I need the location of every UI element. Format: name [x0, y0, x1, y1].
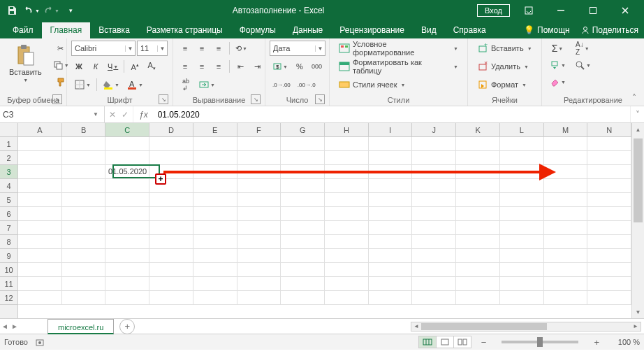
- cell-F8[interactable]: [237, 235, 281, 249]
- tab-insert[interactable]: Вставка: [90, 22, 138, 38]
- sheet-nav-next[interactable]: ►: [10, 322, 20, 330]
- cell-E2[interactable]: [193, 151, 237, 165]
- cell-A9[interactable]: [18, 249, 62, 263]
- redo-button[interactable]: ▼: [42, 1, 60, 20]
- cell-G2[interactable]: [281, 151, 325, 165]
- zoom-slider[interactable]: [502, 341, 578, 343]
- cell-D12[interactable]: [149, 291, 193, 305]
- sort-filter-button[interactable]: A↓Z▼: [571, 41, 594, 56]
- cell-C5[interactable]: [105, 193, 149, 207]
- cell-K4[interactable]: [456, 179, 500, 193]
- zoom-out-button[interactable]: −: [478, 337, 490, 348]
- cell-F9[interactable]: [237, 249, 281, 263]
- cell-B7[interactable]: [62, 221, 106, 235]
- tab-page-layout[interactable]: Разметка страницы: [138, 22, 231, 38]
- align-middle-button[interactable]: ≡: [194, 41, 210, 56]
- cell-I6[interactable]: [369, 207, 413, 221]
- cell-B3[interactable]: [62, 165, 106, 179]
- maximize-button[interactable]: [577, 0, 609, 21]
- cell-N1[interactable]: [587, 137, 631, 151]
- cell-B4[interactable]: [62, 179, 106, 193]
- wrap-text-button[interactable]: ab↲: [177, 77, 194, 92]
- cell-I8[interactable]: [369, 235, 413, 249]
- cell-G10[interactable]: [281, 263, 325, 277]
- minimize-button[interactable]: [545, 0, 577, 21]
- scroll-up-button[interactable]: ▲: [632, 123, 644, 136]
- cell-N2[interactable]: [587, 151, 631, 165]
- cell-A4[interactable]: [18, 179, 62, 193]
- cell-L4[interactable]: [500, 179, 544, 193]
- undo-button[interactable]: ▼: [22, 1, 41, 20]
- cell-D8[interactable]: [149, 235, 193, 249]
- macro-record-button[interactable]: [35, 337, 45, 347]
- cell-G8[interactable]: [281, 235, 325, 249]
- cell-I2[interactable]: [369, 151, 413, 165]
- cell-D6[interactable]: [149, 207, 193, 221]
- cell-F1[interactable]: [237, 137, 281, 151]
- cell-M6[interactable]: [544, 207, 588, 221]
- increase-indent-button[interactable]: ⇥: [249, 59, 265, 74]
- cell-I4[interactable]: [369, 179, 413, 193]
- cell-G6[interactable]: [281, 207, 325, 221]
- cell-B12[interactable]: [62, 291, 106, 305]
- cell-B6[interactable]: [62, 207, 106, 221]
- autosum-button[interactable]: Σ▼: [546, 41, 569, 56]
- scroll-down-button[interactable]: ▼: [632, 306, 644, 318]
- cell-J10[interactable]: [412, 263, 456, 277]
- page-layout-view-button[interactable]: [436, 336, 454, 348]
- grow-font-button[interactable]: A▴: [127, 59, 142, 74]
- cell-N10[interactable]: [587, 263, 631, 277]
- zoom-level[interactable]: 100 %: [609, 338, 640, 346]
- cell-E5[interactable]: [193, 193, 237, 207]
- vscroll-thumb[interactable]: [634, 138, 643, 222]
- cell-B8[interactable]: [62, 235, 106, 249]
- row-header-5[interactable]: 5: [0, 193, 17, 207]
- find-select-button[interactable]: ▼: [571, 57, 594, 73]
- cell-A1[interactable]: [18, 137, 62, 151]
- row-header-6[interactable]: 6: [0, 207, 17, 221]
- cell-I10[interactable]: [369, 263, 413, 277]
- column-header-J[interactable]: J: [412, 123, 456, 136]
- cell-A3[interactable]: [18, 165, 62, 179]
- cell-B5[interactable]: [62, 193, 106, 207]
- cell-H10[interactable]: [325, 263, 369, 277]
- sheet-nav-prev[interactable]: ◄: [0, 322, 10, 330]
- cell-E1[interactable]: [193, 137, 237, 151]
- cell-N12[interactable]: [587, 291, 631, 305]
- close-button[interactable]: [609, 0, 641, 21]
- column-header-H[interactable]: H: [325, 123, 369, 136]
- cell-I5[interactable]: [369, 193, 413, 207]
- cell-K5[interactable]: [456, 193, 500, 207]
- fill-color-button[interactable]: ▼: [100, 77, 122, 92]
- align-top-button[interactable]: ≡: [177, 41, 193, 56]
- cell-J2[interactable]: [412, 151, 456, 165]
- cell-B10[interactable]: [62, 263, 106, 277]
- cell-A11[interactable]: [18, 277, 62, 291]
- cell-K11[interactable]: [456, 277, 500, 291]
- name-box[interactable]: C3▼: [0, 106, 105, 122]
- cell-H1[interactable]: [325, 137, 369, 151]
- cell-I11[interactable]: [369, 277, 413, 291]
- row-header-10[interactable]: 10: [0, 263, 17, 277]
- decrease-decimal-button[interactable]: .00→.0: [295, 77, 319, 92]
- normal-view-button[interactable]: [418, 336, 437, 348]
- cell-C1[interactable]: [105, 137, 149, 151]
- cell-D11[interactable]: [149, 277, 193, 291]
- fx-label[interactable]: ƒx: [133, 106, 154, 122]
- cell-M4[interactable]: [544, 179, 588, 193]
- cell-E6[interactable]: [193, 207, 237, 221]
- cell-F4[interactable]: [237, 179, 281, 193]
- cell-L2[interactable]: [500, 151, 544, 165]
- zoom-thumb[interactable]: [537, 337, 543, 347]
- cell-H9[interactable]: [325, 249, 369, 263]
- column-header-N[interactable]: N: [587, 123, 631, 136]
- cell-C2[interactable]: [105, 151, 149, 165]
- cell-H5[interactable]: [325, 193, 369, 207]
- cell-E4[interactable]: [193, 179, 237, 193]
- column-header-E[interactable]: E: [193, 123, 237, 136]
- cell-L12[interactable]: [500, 291, 544, 305]
- cell-F7[interactable]: [237, 221, 281, 235]
- merge-button[interactable]: ▼: [196, 77, 218, 92]
- row-header-4[interactable]: 4: [0, 179, 17, 193]
- align-center-button[interactable]: ≡: [194, 59, 210, 74]
